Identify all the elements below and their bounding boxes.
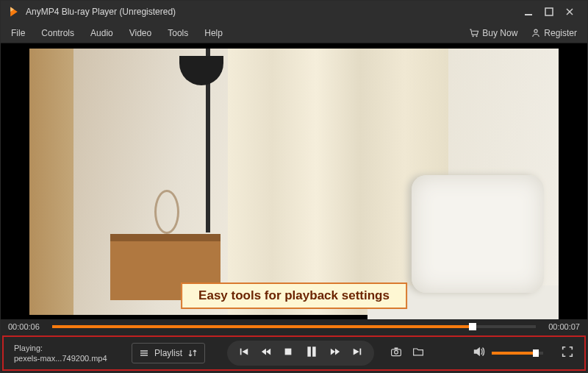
playback-controls: Playing: pexels-max...749200.mp4 Playlis… bbox=[2, 335, 586, 371]
svg-point-8 bbox=[534, 29, 537, 32]
close-button[interactable] bbox=[559, 1, 580, 22]
now-playing-file: pexels-max...749200.mp4 bbox=[14, 353, 110, 363]
capture-group bbox=[390, 346, 424, 360]
rewind-button[interactable] bbox=[261, 347, 271, 360]
titlebar: AnyMP4 Blu-ray Player (Unregistered) bbox=[1, 1, 587, 23]
seek-thumb[interactable] bbox=[469, 323, 476, 330]
snapshot-button[interactable] bbox=[390, 346, 402, 360]
annotation-callout: Easy tools for playback settings bbox=[181, 283, 407, 309]
svg-marker-14 bbox=[262, 349, 266, 355]
svg-rect-3 bbox=[545, 8, 553, 15]
volume-slider[interactable] bbox=[492, 352, 543, 355]
svg-rect-18 bbox=[312, 347, 316, 357]
svg-marker-26 bbox=[474, 347, 480, 357]
svg-rect-16 bbox=[285, 349, 292, 355]
svg-marker-19 bbox=[331, 349, 335, 355]
svg-rect-2 bbox=[525, 14, 532, 15]
menu-video[interactable]: Video bbox=[129, 28, 151, 38]
open-folder-button[interactable] bbox=[412, 346, 424, 360]
video-viewport[interactable]: Easy tools for playback settings bbox=[1, 43, 587, 319]
svg-marker-20 bbox=[335, 349, 340, 355]
time-total: 00:00:07 bbox=[540, 322, 580, 331]
svg-marker-15 bbox=[266, 349, 270, 355]
previous-button[interactable] bbox=[239, 347, 249, 360]
menu-help[interactable]: Help bbox=[204, 28, 223, 38]
fullscreen-button[interactable] bbox=[561, 345, 574, 361]
next-button[interactable] bbox=[352, 347, 362, 360]
forward-button[interactable] bbox=[330, 347, 340, 360]
menu-file[interactable]: File bbox=[11, 28, 25, 38]
volume-fill bbox=[492, 352, 536, 355]
minimize-button[interactable] bbox=[518, 1, 539, 22]
svg-point-24 bbox=[395, 350, 398, 354]
seek-fill bbox=[52, 325, 473, 328]
now-playing-label: Playing: bbox=[14, 343, 110, 353]
volume-control bbox=[473, 345, 543, 361]
stop-button[interactable] bbox=[283, 347, 293, 360]
svg-marker-21 bbox=[354, 349, 359, 355]
svg-point-6 bbox=[473, 35, 474, 37]
pause-button[interactable] bbox=[305, 345, 318, 361]
menu-audio[interactable]: Audio bbox=[90, 28, 113, 38]
sort-icon bbox=[188, 349, 197, 358]
svg-rect-22 bbox=[360, 349, 362, 355]
svg-rect-12 bbox=[240, 349, 242, 355]
menubar: File Controls Audio Video Tools Help Buy… bbox=[1, 23, 587, 43]
playlist-label: Playlist bbox=[154, 348, 182, 358]
buy-now-label: Buy Now bbox=[482, 28, 517, 38]
app-logo-icon bbox=[8, 6, 20, 18]
maximize-button[interactable] bbox=[539, 1, 559, 22]
svg-rect-25 bbox=[395, 347, 398, 349]
time-current: 00:00:06 bbox=[8, 322, 48, 331]
app-window: AnyMP4 Blu-ray Player (Unregistered) Fil… bbox=[0, 0, 588, 373]
transport-cluster bbox=[227, 341, 374, 366]
window-title: AnyMP4 Blu-ray Player (Unregistered) bbox=[26, 7, 518, 17]
volume-thumb[interactable] bbox=[533, 349, 539, 357]
seek-bar[interactable] bbox=[52, 325, 536, 328]
menu-controls[interactable]: Controls bbox=[41, 28, 74, 38]
svg-point-7 bbox=[476, 35, 478, 37]
video-frame bbox=[29, 49, 559, 315]
progress-row: 00:00:06 00:00:07 bbox=[1, 319, 587, 334]
menu-tools[interactable]: Tools bbox=[168, 28, 188, 38]
playlist-button[interactable]: Playlist bbox=[132, 343, 205, 363]
svg-marker-13 bbox=[242, 349, 248, 355]
svg-rect-17 bbox=[307, 347, 311, 357]
buy-now-button[interactable]: Buy Now bbox=[469, 28, 517, 38]
volume-icon[interactable] bbox=[473, 345, 486, 361]
register-label: Register bbox=[544, 28, 577, 38]
now-playing: Playing: pexels-max...749200.mp4 bbox=[14, 343, 110, 363]
list-icon bbox=[140, 349, 148, 358]
register-button[interactable]: Register bbox=[531, 28, 577, 38]
